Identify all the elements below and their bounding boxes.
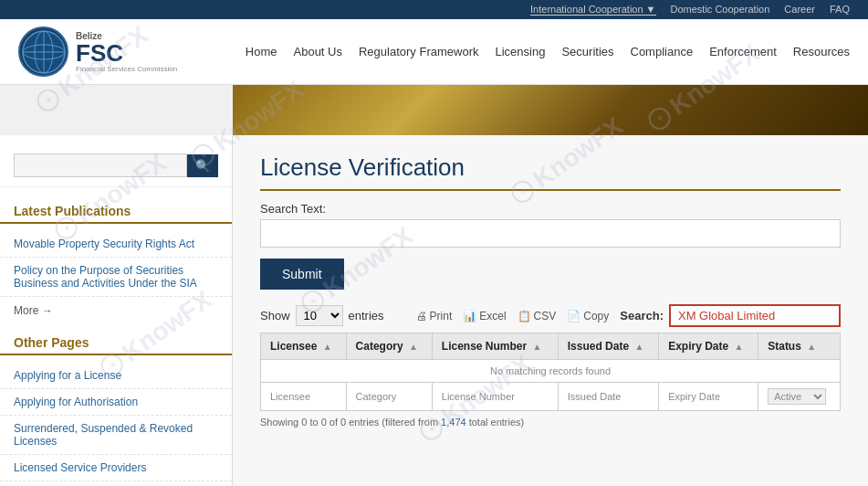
excel-btn[interactable]: 📊 Excel: [463, 310, 506, 322]
placeholder-licensee: Licensee: [261, 383, 347, 411]
placeholder-category: Category: [346, 383, 432, 411]
csv-btn[interactable]: 📋 CSV: [518, 310, 557, 322]
sidebar-more-btn[interactable]: More →: [0, 297, 232, 324]
search-text-input[interactable]: [260, 219, 841, 248]
status-filter-select[interactable]: Active Inactive: [768, 388, 826, 405]
nav-home[interactable]: Home: [246, 45, 277, 58]
sidebar-page-surrendered[interactable]: Surrendered, Suspended & Revoked License…: [0, 416, 232, 455]
sidebar-pub-2[interactable]: Policy on the Purpose of Securities Busi…: [0, 258, 232, 297]
logo-acronym: FSC: [76, 41, 177, 65]
toolbar-right: 🖨 Print 📊 Excel 📋 CSV 📄 Copy Search:: [416, 304, 841, 327]
page-title: License Verification: [260, 153, 841, 191]
nav-compliance[interactable]: Compliance: [631, 45, 694, 58]
sort-icon-license-number: ▲: [533, 342, 542, 352]
main-content: License Verification Search Text: Submit…: [233, 135, 868, 486]
top-bar: International Cooperation ▼ Domestic Coo…: [0, 0, 868, 19]
table-body: No matching records found Licensee Categ…: [261, 360, 841, 411]
nav-enforcement[interactable]: Enforcement: [709, 45, 777, 58]
print-label: Print: [430, 310, 453, 322]
no-records-message: No matching records found: [261, 360, 841, 383]
show-entries: Show 10 25 50 100 entries: [260, 305, 384, 326]
placeholder-issued-date: Issued Date: [558, 383, 658, 411]
layout: 🔍 Latest Publications Movable Property S…: [0, 135, 868, 486]
nav-securities[interactable]: Securities: [561, 45, 613, 58]
table-toolbar: Show 10 25 50 100 entries 🖨 Print 📊 Exce…: [260, 304, 841, 327]
table-search-label: Search:: [620, 309, 664, 322]
sidebar-page-license[interactable]: Applying for a License: [0, 363, 232, 389]
sort-icon-category: ▲: [409, 342, 418, 352]
logo-text: Belize FSC Financial Services Commission: [76, 31, 177, 73]
th-issued-date[interactable]: Issued Date ▲: [558, 333, 658, 360]
sidebar-page-providers[interactable]: Licensed Service Providers: [0, 455, 232, 481]
sidebar-other-pages-title: Other Pages: [0, 324, 232, 355]
nav-about[interactable]: About Us: [294, 45, 342, 58]
sidebar-page-auth[interactable]: Applying for Authorisation: [0, 389, 232, 416]
submit-button[interactable]: Submit: [260, 259, 344, 290]
placeholder-license-number: License Number: [432, 383, 558, 411]
table-search-wrapper: Search:: [620, 304, 841, 327]
main-nav: Home About Us Regulatory Framework Licen…: [246, 45, 850, 58]
pagination-suffix: total entries): [466, 417, 525, 428]
data-table: Licensee ▲ Category ▲ License Number ▲ I…: [260, 333, 841, 411]
pagination-total-link[interactable]: 1,474: [441, 417, 466, 428]
nav-regulatory[interactable]: Regulatory Framework: [359, 45, 479, 58]
topbar-career[interactable]: Career: [784, 4, 815, 16]
excel-icon: 📊: [463, 310, 476, 322]
th-expiry-date[interactable]: Expiry Date ▲: [659, 333, 758, 360]
topbar-domestic-coop[interactable]: Domestic Cooperation: [671, 4, 770, 16]
sidebar-pub-1[interactable]: Movable Property Security Rights Act: [0, 231, 232, 258]
th-status[interactable]: Status ▲: [758, 333, 841, 360]
sidebar-search-input[interactable]: [14, 153, 187, 177]
placeholder-status: Active Inactive: [758, 383, 841, 411]
th-licensee[interactable]: Licensee ▲: [261, 333, 347, 360]
csv-icon: 📋: [518, 310, 531, 322]
sort-icon-issued-date: ▲: [634, 342, 643, 352]
show-label: Show: [260, 309, 290, 322]
logo-subtitle: Financial Services Commission: [76, 65, 177, 73]
sidebar: 🔍 Latest Publications Movable Property S…: [0, 135, 233, 486]
sort-icon-licensee: ▲: [323, 342, 332, 352]
table-header: Licensee ▲ Category ▲ License Number ▲ I…: [261, 333, 841, 360]
sidebar-page-verification[interactable]: License Verification: [0, 481, 232, 486]
sort-icon-expiry-date: ▲: [735, 342, 744, 352]
copy-label: Copy: [583, 310, 609, 322]
copy-icon: 📄: [567, 310, 580, 322]
print-icon: 🖨: [416, 310, 427, 322]
csv-label: CSV: [534, 310, 557, 322]
hero-strip: [233, 85, 868, 135]
entries-label: entries: [349, 309, 384, 322]
pagination-info: Showing 0 to 0 of 0 entries (filtered fr…: [260, 417, 841, 428]
placeholder-expiry-date: Expiry Date: [659, 383, 758, 411]
pagination-text: Showing 0 to 0 of 0 entries (filtered fr…: [260, 417, 441, 428]
logo-area: Belize FSC Financial Services Commission: [18, 26, 201, 77]
topbar-int-coop[interactable]: International Cooperation ▼: [530, 4, 655, 16]
nav-resources[interactable]: Resources: [793, 45, 850, 58]
nav-licensing[interactable]: Licensing: [495, 45, 545, 58]
logo-circle: [18, 26, 68, 77]
th-license-number[interactable]: License Number ▲: [432, 333, 558, 360]
sidebar-latest-pub-title: Latest Publications: [0, 196, 232, 224]
excel-label: Excel: [479, 310, 506, 322]
topbar-faq[interactable]: FAQ: [830, 4, 850, 16]
placeholder-row: Licensee Category License Number Issued …: [261, 383, 841, 411]
no-records-row: No matching records found: [261, 360, 841, 383]
sidebar-search-area: 🔍: [0, 144, 232, 187]
th-category[interactable]: Category ▲: [346, 333, 432, 360]
logo-svg: [21, 29, 67, 75]
print-btn[interactable]: 🖨 Print: [416, 310, 453, 322]
header: Belize FSC Financial Services Commission…: [0, 19, 868, 85]
search-text-label: Search Text:: [260, 202, 841, 216]
table-search-input[interactable]: [669, 304, 841, 327]
search-text-group: Search Text:: [260, 202, 841, 248]
sidebar-search-button[interactable]: 🔍: [187, 154, 218, 177]
sort-icon-status: ▲: [807, 342, 816, 352]
copy-btn[interactable]: 📄 Copy: [567, 310, 609, 322]
entries-select[interactable]: 10 25 50 100: [296, 305, 343, 326]
